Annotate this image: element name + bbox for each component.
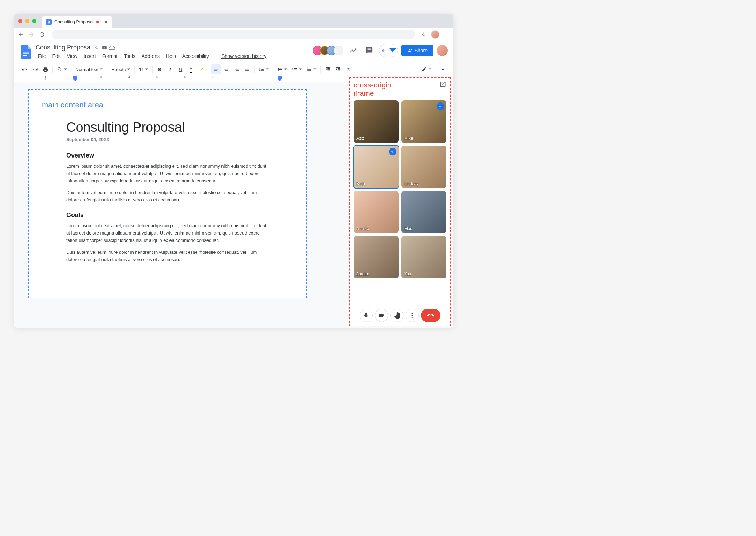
participant-tile[interactable]: Annika bbox=[354, 191, 399, 233]
print-button[interactable] bbox=[40, 64, 50, 74]
participant-name: Elad bbox=[404, 226, 413, 231]
increase-indent-button[interactable] bbox=[333, 64, 343, 74]
comments-icon[interactable] bbox=[363, 44, 376, 57]
paragraph[interactable]: Duis autem vel eum iriure dolor in hendr… bbox=[66, 249, 269, 263]
italic-button[interactable]: I bbox=[165, 64, 175, 74]
menu-accessibility[interactable]: Accessibility bbox=[180, 52, 211, 60]
align-justify-button[interactable] bbox=[242, 64, 252, 74]
tab-title: Consulting Proposal bbox=[54, 20, 93, 24]
menu-help[interactable]: Help bbox=[164, 52, 179, 60]
undo-button[interactable] bbox=[20, 64, 29, 74]
hide-menus-button[interactable] bbox=[438, 64, 448, 74]
decrease-indent-button[interactable] bbox=[323, 64, 333, 74]
meet-side-panel: cross-origin iframe AzizMikeBethLindsayA… bbox=[349, 77, 451, 326]
menu-format[interactable]: Format bbox=[100, 52, 120, 60]
toggle-camera-button[interactable] bbox=[375, 309, 388, 322]
participant-tile[interactable]: Beth bbox=[354, 146, 399, 188]
svg-rect-4 bbox=[384, 50, 385, 52]
document-heading-1[interactable]: Consulting Proposal bbox=[66, 120, 269, 135]
menu-view[interactable]: View bbox=[65, 52, 80, 60]
address-bar[interactable] bbox=[52, 30, 415, 39]
menu-file[interactable]: File bbox=[36, 52, 48, 60]
menu-tools[interactable]: Tools bbox=[121, 52, 138, 60]
reload-button[interactable] bbox=[38, 31, 45, 38]
close-window-icon[interactable] bbox=[18, 19, 22, 23]
browser-menu-icon[interactable]: ⋮ bbox=[444, 31, 450, 38]
present-meet-button[interactable] bbox=[379, 44, 398, 57]
browser-profile-avatar[interactable] bbox=[431, 30, 439, 39]
bulleted-list-button[interactable] bbox=[290, 64, 304, 74]
highlight-button[interactable] bbox=[197, 64, 206, 74]
participant-tile[interactable]: Mike bbox=[401, 100, 446, 143]
zoom-dropdown[interactable] bbox=[55, 64, 69, 74]
svg-rect-3 bbox=[383, 49, 384, 52]
underline-button[interactable]: U bbox=[176, 64, 186, 74]
recording-indicator-icon bbox=[96, 21, 99, 23]
annotation-iframe-label: cross-origin iframe bbox=[354, 81, 392, 98]
style-dropdown[interactable]: Normal text bbox=[73, 64, 105, 74]
close-tab-icon[interactable]: ✕ bbox=[104, 19, 108, 25]
participant-name: Mike bbox=[404, 136, 413, 141]
horizontal-ruler[interactable]: 1 2 3 4 5 6 7 bbox=[14, 76, 348, 82]
align-center-button[interactable] bbox=[221, 64, 231, 74]
raise-hand-button[interactable] bbox=[390, 309, 403, 322]
checklist-button[interactable] bbox=[275, 64, 289, 74]
clear-formatting-button[interactable] bbox=[344, 64, 354, 74]
bookmark-star-icon[interactable]: ☆ bbox=[421, 31, 426, 38]
menu-insert[interactable]: Insert bbox=[81, 52, 98, 60]
numbered-list-button[interactable] bbox=[304, 64, 318, 74]
hangup-button[interactable] bbox=[421, 309, 440, 322]
collaborator-overflow[interactable]: ⋯ bbox=[334, 46, 343, 55]
docs-logo-icon[interactable] bbox=[20, 44, 32, 61]
more-options-button[interactable] bbox=[406, 309, 419, 322]
left-indent-marker-icon[interactable] bbox=[73, 76, 77, 81]
document-date[interactable]: September 04, 20XX bbox=[66, 137, 269, 142]
menu-addons[interactable]: Add-ons bbox=[139, 52, 162, 60]
text-color-button[interactable]: A bbox=[186, 64, 196, 74]
participant-name: You bbox=[404, 271, 411, 276]
call-controls bbox=[354, 309, 446, 322]
back-button[interactable] bbox=[17, 31, 24, 38]
popout-icon[interactable] bbox=[439, 81, 446, 88]
right-indent-marker-icon[interactable] bbox=[278, 76, 282, 81]
participant-tile[interactable]: Elad bbox=[401, 191, 446, 233]
collaborator-face-pile[interactable]: ⋯ bbox=[316, 46, 343, 55]
redo-button[interactable] bbox=[30, 64, 40, 74]
share-button[interactable]: Share bbox=[401, 45, 433, 56]
browser-tab[interactable]: Consulting Proposal ✕ bbox=[42, 16, 112, 28]
section-heading[interactable]: Goals bbox=[66, 212, 269, 219]
user-profile-avatar[interactable] bbox=[437, 45, 448, 56]
cloud-status-icon[interactable] bbox=[109, 45, 115, 51]
editing-mode-dropdown[interactable] bbox=[419, 64, 433, 74]
activity-icon[interactable] bbox=[347, 44, 360, 57]
participant-tile[interactable]: Aziz bbox=[354, 100, 399, 143]
document-title[interactable]: Consulting Proposal bbox=[36, 44, 92, 51]
version-history-link[interactable]: Show version history bbox=[219, 52, 269, 60]
mute-mic-button[interactable] bbox=[360, 309, 373, 322]
maximize-window-icon[interactable] bbox=[32, 19, 36, 23]
participant-tile[interactable]: You bbox=[401, 236, 446, 278]
star-icon[interactable]: ☆ bbox=[94, 45, 99, 51]
bold-button[interactable]: B bbox=[155, 64, 165, 74]
paragraph[interactable]: Lorem ipsum dolor sit amet, consectetuer… bbox=[66, 163, 269, 184]
section-heading[interactable]: Overview bbox=[66, 152, 269, 159]
move-folder-icon[interactable] bbox=[101, 45, 107, 51]
line-spacing-button[interactable] bbox=[257, 64, 271, 74]
paragraph[interactable]: Lorem ipsum dolor sit amet, consectetuer… bbox=[66, 222, 269, 244]
docs-favicon-icon bbox=[46, 19, 52, 25]
minimize-window-icon[interactable] bbox=[25, 19, 29, 23]
menu-edit[interactable]: Edit bbox=[50, 52, 63, 60]
window-controls[interactable] bbox=[18, 19, 36, 23]
svg-point-13 bbox=[412, 315, 413, 316]
forward-button[interactable] bbox=[28, 31, 35, 38]
paragraph[interactable]: Duis autem vel eum iriure dolor in hendr… bbox=[66, 189, 269, 204]
document-page[interactable]: main content area Consulting Proposal Se… bbox=[28, 89, 307, 298]
font-size-dropdown[interactable]: 11 bbox=[137, 64, 150, 74]
participant-tile[interactable]: Lindsay bbox=[401, 146, 446, 188]
align-right-button[interactable] bbox=[232, 64, 242, 74]
font-dropdown[interactable]: Roboto bbox=[109, 64, 132, 74]
align-left-button[interactable] bbox=[211, 64, 221, 74]
participant-tile[interactable]: Jordan bbox=[354, 236, 399, 278]
svg-rect-1 bbox=[23, 53, 29, 54]
browser-toolbar: ☆ ⋮ bbox=[14, 28, 453, 41]
